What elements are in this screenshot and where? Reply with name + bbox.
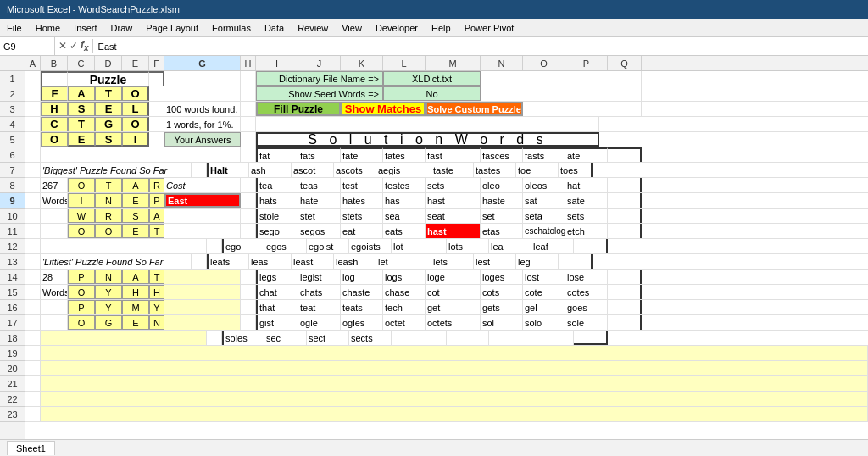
cell-a11[interactable] [25, 224, 41, 238]
cell-h2[interactable] [241, 86, 256, 101]
cell-b6-span[interactable] [41, 147, 164, 162]
cell-d17-G[interactable]: G [95, 315, 122, 330]
cell-b3-H[interactable]: H [41, 102, 68, 116]
cell-h15[interactable] [241, 285, 256, 299]
col-header-e[interactable]: E [122, 56, 149, 70]
cell-solve-custom[interactable]: Solve Custom Puzzle [426, 102, 523, 116]
cell-c14-P[interactable]: P [68, 270, 95, 284]
cell-a12[interactable] [25, 239, 41, 253]
row-header-16[interactable]: 16 [0, 300, 25, 315]
row-header-12[interactable]: 12 [0, 239, 25, 254]
cell-g10[interactable] [164, 209, 241, 223]
cell-d8-T[interactable]: T [95, 178, 122, 192]
cell-h18[interactable] [207, 331, 222, 345]
cell-q16[interactable] [608, 300, 642, 314]
cell-o3[interactable] [523, 102, 642, 116]
cell-q15[interactable] [608, 285, 642, 299]
cell-a19[interactable] [25, 346, 41, 360]
cell-h8[interactable] [241, 178, 256, 192]
cell-e17-E[interactable]: E [122, 315, 149, 330]
cell-c11-O[interactable]: O [68, 224, 95, 238]
menu-help[interactable]: Help [425, 21, 458, 35]
col-header-g[interactable]: G [164, 56, 241, 70]
cell-h10[interactable] [241, 209, 256, 223]
cell-a6[interactable] [25, 147, 41, 162]
cell-h12[interactable] [207, 239, 222, 253]
cell-q10[interactable] [608, 209, 642, 223]
cell-g1[interactable] [164, 71, 241, 86]
cell-h7[interactable] [192, 163, 207, 177]
cell-b17[interactable] [41, 315, 68, 330]
cell-d5-S[interactable]: S [95, 132, 122, 147]
cell-q9[interactable] [608, 193, 642, 208]
cell-h17[interactable] [241, 315, 256, 330]
confirm-icon[interactable]: ✓ [70, 40, 78, 52]
cell-b18-span[interactable] [41, 331, 207, 345]
cell-b5-O[interactable]: O [41, 132, 68, 147]
menu-review[interactable]: Review [291, 21, 335, 35]
cell-a23[interactable] [25, 407, 41, 421]
col-header-a[interactable]: A [25, 56, 41, 70]
cell-e2-O[interactable]: O [122, 86, 149, 101]
menu-insert[interactable]: Insert [67, 21, 104, 35]
col-header-q[interactable]: Q [608, 56, 642, 70]
cell-c16-P[interactable]: P [68, 300, 95, 314]
cell-d11-O[interactable]: O [95, 224, 122, 238]
cell-f11-T[interactable]: T [149, 224, 164, 238]
cell-b16[interactable] [41, 300, 68, 314]
menu-pagelayout[interactable]: Page Layout [139, 21, 205, 35]
row-header-6[interactable]: 6 [0, 147, 25, 163]
row-header-17[interactable]: 17 [0, 315, 25, 331]
cell-b12-span[interactable] [41, 239, 207, 253]
function-icon[interactable]: fx [81, 39, 89, 53]
cell-c2-A[interactable]: A [68, 86, 95, 101]
cell-e10-S[interactable]: S [122, 209, 149, 223]
cell-q6[interactable] [608, 147, 642, 162]
row-header-19[interactable]: 19 [0, 346, 25, 361]
menu-developer[interactable]: Developer [369, 21, 425, 35]
cell-h14[interactable] [241, 270, 256, 284]
cell-h5[interactable] [241, 132, 256, 147]
cell-e15-H[interactable]: H [122, 285, 149, 299]
row-header-21[interactable]: 21 [0, 376, 25, 392]
cell-e16-M[interactable]: M [122, 300, 149, 314]
row-header-7[interactable]: 7 [0, 163, 25, 178]
cell-f14-T[interactable]: T [149, 270, 164, 284]
name-box[interactable]: G9 [0, 37, 55, 55]
cell-q8[interactable] [608, 178, 642, 192]
row-header-4[interactable]: 4 [0, 117, 25, 132]
cell-rest-22[interactable] [41, 392, 868, 406]
cell-e5-I[interactable]: I [122, 132, 149, 147]
cell-bde1-puzzle-title[interactable]: Puzzle [68, 71, 149, 86]
cell-h6[interactable] [241, 147, 256, 162]
cell-q13[interactable] [559, 254, 593, 269]
cell-d3-E[interactable]: E [95, 102, 122, 116]
cell-a8[interactable] [25, 178, 41, 192]
col-header-k[interactable]: K [341, 56, 383, 70]
menu-home[interactable]: Home [29, 21, 67, 35]
cell-a16[interactable] [25, 300, 41, 314]
col-header-d[interactable]: D [95, 56, 122, 70]
cell-fill-puzzle[interactable]: Fill Puzzle [256, 102, 341, 116]
cell-q12[interactable] [574, 239, 608, 253]
cell-c8-O[interactable]: O [68, 178, 95, 192]
row-header-15[interactable]: 15 [0, 285, 25, 300]
cell-f16-Y[interactable]: Y [149, 300, 164, 314]
cell-rest-4[interactable] [256, 117, 599, 131]
cell-f8-R[interactable]: R [149, 178, 164, 192]
cell-f3[interactable] [149, 102, 164, 116]
cell-b11[interactable] [41, 224, 68, 238]
cell-a2[interactable] [25, 86, 41, 101]
cell-c4-T[interactable]: T [68, 117, 95, 131]
cell-a18[interactable] [25, 331, 41, 345]
cell-g2[interactable] [164, 86, 241, 101]
cell-n2[interactable] [481, 86, 642, 101]
cell-d16-Y[interactable]: Y [95, 300, 122, 314]
cell-f15-H[interactable]: H [149, 285, 164, 299]
cell-rest-20[interactable] [41, 361, 868, 375]
menu-powerpivot[interactable]: Power Pivot [458, 21, 521, 35]
cell-a20[interactable] [25, 361, 41, 375]
row-header-10[interactable]: 10 [0, 209, 25, 224]
cell-b4-C[interactable]: C [41, 117, 68, 131]
cell-h9[interactable] [241, 193, 256, 208]
